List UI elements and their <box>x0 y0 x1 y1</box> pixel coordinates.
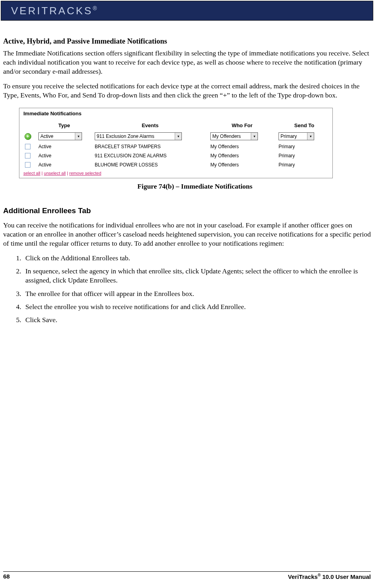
cell-whofor: My Offenders <box>208 160 276 169</box>
cell-sendto: Primary <box>276 142 332 151</box>
list-item: In sequence, select the agency in which … <box>23 267 371 285</box>
figure-caption: Figure 74(b) – Immediate Notifications <box>19 182 371 191</box>
panel-title: Immediate Notifications <box>19 110 332 122</box>
chevron-down-icon: ▾ <box>251 133 258 140</box>
row-checkbox[interactable] <box>25 162 31 168</box>
brand-text: VERITRACKS <box>11 5 93 17</box>
cell-type: Active <box>36 142 92 151</box>
chevron-down-icon: ▾ <box>307 133 314 140</box>
page-body: Active, Hybrid, and Passive Immediate No… <box>0 21 374 332</box>
sendto-dropdown[interactable]: Primary ▾ <box>279 132 314 140</box>
section2-intro: You can receive the notifications for in… <box>3 221 371 248</box>
bulk-action-links: select all | unselect all | remove selec… <box>19 169 332 177</box>
immediate-notifications-panel: Immediate Notifications Type Events Who … <box>19 108 333 178</box>
whofor-dropdown[interactable]: My Offenders ▾ <box>210 132 258 140</box>
section-heading-enrollees: Additional Enrollees Tab <box>3 206 371 215</box>
col-events: Events <box>92 122 208 131</box>
type-dropdown[interactable]: Active ▾ <box>38 132 82 140</box>
section1-para2: To ensure you receive the selected notif… <box>3 82 371 100</box>
sendto-dropdown-value: Primary <box>280 134 297 139</box>
select-all-link[interactable]: select all <box>23 171 40 176</box>
events-dropdown-value: 911 Exclusion Zone Alarms <box>97 134 154 139</box>
col-type: Type <box>36 122 92 131</box>
steps-list: Click on the Additional Enrollees tab. I… <box>13 254 371 325</box>
list-item: Click Save. <box>23 315 371 325</box>
col-sendto: Send To <box>276 122 332 131</box>
table-header-row: Type Events Who For Send To <box>19 122 332 131</box>
cell-type: Active <box>36 151 92 160</box>
whofor-dropdown-value: My Offenders <box>212 134 241 139</box>
add-button[interactable]: + <box>25 133 31 140</box>
row-checkbox[interactable] <box>25 153 31 158</box>
cell-type: Active <box>36 160 92 169</box>
cell-events: 911 EXCLUSION ZONE ALARMS <box>92 151 208 160</box>
cell-sendto: Primary <box>276 160 332 169</box>
table-row: Active BLUHOME POWER LOSSES My Offenders… <box>19 160 332 169</box>
type-dropdown-value: Active <box>40 134 53 139</box>
unselect-all-link[interactable]: unselect all <box>44 171 66 176</box>
col-whofor: Who For <box>208 122 276 131</box>
chevron-down-icon: ▾ <box>175 133 181 140</box>
section1-para1: The Immediate Notifications section offe… <box>3 49 371 76</box>
row-checkbox[interactable] <box>25 144 31 149</box>
list-item: Click on the Additional Enrollees tab. <box>23 254 371 263</box>
input-row: + Active ▾ 911 Exclusion Zone Alarms ▾ <box>19 131 332 142</box>
events-dropdown[interactable]: 911 Exclusion Zone Alarms ▾ <box>95 132 182 140</box>
app-header: VERITRACKS® <box>1 1 373 21</box>
brand-logo: VERITRACKS® <box>11 5 97 17</box>
cell-events: BRACELET STRAP TAMPERS <box>92 142 208 151</box>
table-row: Active BRACELET STRAP TAMPERS My Offende… <box>19 142 332 151</box>
chevron-down-icon: ▾ <box>75 133 82 140</box>
table-row: Active 911 EXCLUSION ZONE ALARMS My Offe… <box>19 151 332 160</box>
cell-events: BLUHOME POWER LOSSES <box>92 160 208 169</box>
list-item: The enrollee for that officer will appea… <box>23 289 371 298</box>
cell-whofor: My Offenders <box>208 142 276 151</box>
cell-whofor: My Offenders <box>208 151 276 160</box>
list-item: Select the enrollee you wish to receive … <box>23 302 371 311</box>
notifications-table: Type Events Who For Send To + Active ▾ <box>19 122 332 169</box>
section-heading-notifications: Active, Hybrid, and Passive Immediate No… <box>3 37 371 46</box>
remove-selected-link[interactable]: remove selected <box>69 171 101 176</box>
brand-registered-icon: ® <box>93 5 97 11</box>
figure-wrap: Immediate Notifications Type Events Who … <box>19 108 371 190</box>
cell-sendto: Primary <box>276 151 332 160</box>
